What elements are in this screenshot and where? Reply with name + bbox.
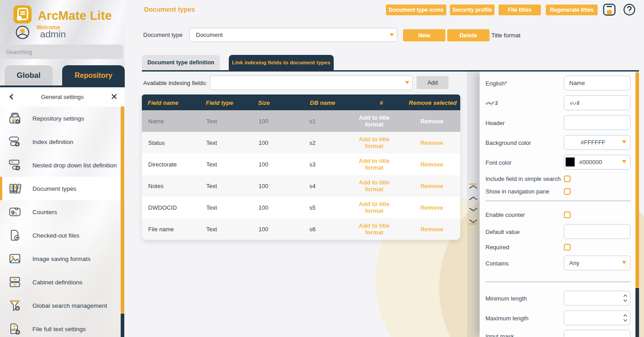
svg-text:5: 5 — [14, 211, 18, 217]
